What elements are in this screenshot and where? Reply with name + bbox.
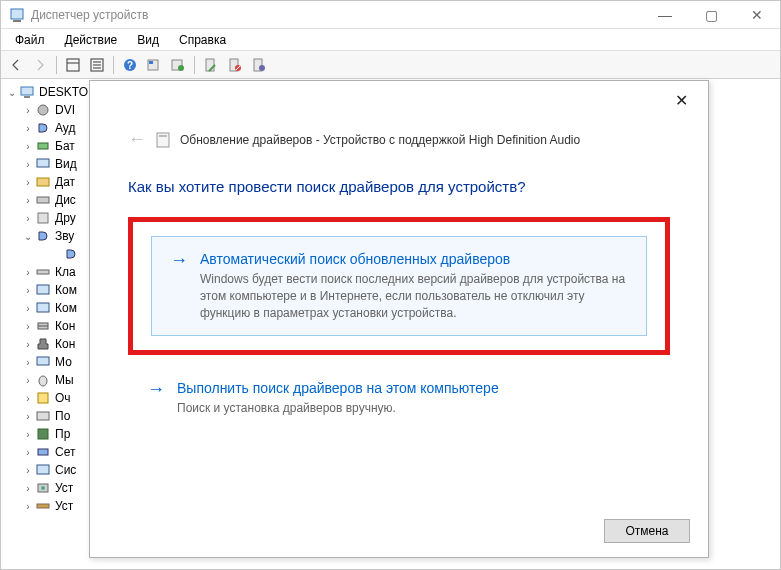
expand-icon[interactable]: › <box>21 501 35 512</box>
expand-icon[interactable]: › <box>21 123 35 134</box>
expand-icon[interactable]: › <box>21 357 35 368</box>
expand-icon[interactable]: › <box>21 177 35 188</box>
tree-item-label: Кон <box>55 319 75 333</box>
device-category-icon <box>35 372 51 388</box>
device-category-icon <box>35 300 51 316</box>
back-arrow-icon[interactable]: ← <box>128 129 146 150</box>
toolbar-disable-button[interactable] <box>224 54 246 76</box>
tree-item-label: Ауд <box>55 121 75 135</box>
toolbar-enable-button[interactable] <box>200 54 222 76</box>
dialog-close-button[interactable]: ✕ <box>667 87 696 114</box>
expand-icon[interactable]: › <box>21 465 35 476</box>
device-category-icon <box>35 336 51 352</box>
tree-item-label: Дис <box>55 193 76 207</box>
menu-action[interactable]: Действие <box>55 31 128 49</box>
toolbar-uninstall-button[interactable] <box>248 54 270 76</box>
svg-rect-0 <box>11 9 23 19</box>
svg-point-19 <box>259 65 265 71</box>
expand-icon[interactable]: › <box>21 393 35 404</box>
svg-rect-29 <box>37 285 49 294</box>
toolbar-update-button[interactable] <box>143 54 165 76</box>
svg-rect-27 <box>38 213 48 223</box>
device-category-icon <box>35 228 51 244</box>
expand-icon[interactable]: › <box>21 141 35 152</box>
toolbar: ? <box>1 51 780 79</box>
toolbar-separator <box>56 56 57 74</box>
svg-rect-26 <box>37 197 49 203</box>
expand-icon[interactable]: › <box>21 429 35 440</box>
svg-rect-21 <box>24 96 30 98</box>
expand-icon[interactable]: › <box>21 159 35 170</box>
expand-icon[interactable]: › <box>21 303 35 314</box>
tree-root-label: DESKTO <box>39 85 88 99</box>
svg-rect-24 <box>37 159 49 167</box>
nav-forward-button[interactable] <box>29 54 51 76</box>
driver-icon <box>156 132 170 148</box>
device-category-icon <box>35 174 51 190</box>
expand-icon[interactable]: › <box>21 285 35 296</box>
toolbar-properties-button[interactable] <box>86 54 108 76</box>
cancel-button[interactable]: Отмена <box>604 519 690 543</box>
option-manual-search[interactable]: → Выполнить поиск драйверов на этом комп… <box>128 365 670 432</box>
computer-icon <box>19 84 35 100</box>
expand-icon[interactable]: › <box>21 447 35 458</box>
expand-icon[interactable]: › <box>21 375 35 386</box>
device-category-icon <box>35 426 51 442</box>
expand-icon[interactable]: › <box>21 339 35 350</box>
expand-icon[interactable]: › <box>21 195 35 206</box>
app-icon <box>9 7 25 23</box>
svg-point-13 <box>178 65 184 71</box>
expand-icon[interactable]: › <box>21 411 35 422</box>
expand-icon[interactable]: › <box>21 483 35 494</box>
svg-text:?: ? <box>127 60 133 71</box>
menu-view[interactable]: Вид <box>127 31 169 49</box>
svg-rect-11 <box>149 61 153 64</box>
nav-back-button[interactable] <box>5 54 27 76</box>
collapse-icon[interactable]: ⌄ <box>5 87 19 98</box>
svg-rect-36 <box>37 412 49 420</box>
device-category-icon <box>35 156 51 172</box>
expand-icon[interactable]: › <box>21 267 35 278</box>
maximize-button[interactable]: ▢ <box>688 1 734 29</box>
expand-icon[interactable]: › <box>21 105 35 116</box>
menu-help[interactable]: Справка <box>169 31 236 49</box>
device-category-icon <box>35 282 51 298</box>
toolbar-show-hidden-button[interactable] <box>62 54 84 76</box>
device-category-icon <box>35 354 51 370</box>
toolbar-scan-button[interactable] <box>167 54 189 76</box>
menubar: Файл Действие Вид Справка <box>1 29 780 51</box>
svg-rect-1 <box>13 20 21 22</box>
device-category-icon <box>35 390 51 406</box>
svg-rect-37 <box>38 429 48 439</box>
device-category-icon <box>35 120 51 136</box>
menu-file[interactable]: Файл <box>5 31 55 49</box>
svg-point-22 <box>38 105 48 115</box>
svg-rect-2 <box>67 59 79 71</box>
svg-rect-25 <box>37 178 49 186</box>
highlight-annotation: → Автоматический поиск обновленных драйв… <box>128 217 670 355</box>
device-category-icon <box>35 318 51 334</box>
dialog-title: Обновление драйверов - Устройство с подд… <box>180 133 580 147</box>
update-driver-dialog: ✕ ← Обновление драйверов - Устройство с … <box>89 80 709 558</box>
toolbar-help-button[interactable]: ? <box>119 54 141 76</box>
svg-rect-39 <box>37 465 49 474</box>
tree-item-label: Сис <box>55 463 76 477</box>
tree-item-label: Ком <box>55 301 77 315</box>
tree-item-label: Вид <box>55 157 77 171</box>
tree-item-label: Дат <box>55 175 75 189</box>
expand-icon[interactable]: ⌄ <box>21 231 35 242</box>
close-button[interactable]: ✕ <box>734 1 780 29</box>
device-category-icon <box>35 102 51 118</box>
svg-point-41 <box>41 486 45 490</box>
minimize-button[interactable]: — <box>642 1 688 29</box>
tree-item-label: Зву <box>55 229 74 243</box>
expand-icon[interactable]: › <box>21 321 35 332</box>
toolbar-separator <box>194 56 195 74</box>
expand-icon[interactable]: › <box>21 213 35 224</box>
dialog-question: Как вы хотите провести поиск драйверов д… <box>128 178 670 195</box>
option-auto-search[interactable]: → Автоматический поиск обновленных драйв… <box>151 236 647 336</box>
window-title: Диспетчер устройств <box>31 8 642 22</box>
option-auto-title: Автоматический поиск обновленных драйвер… <box>200 251 628 267</box>
svg-point-34 <box>39 376 47 386</box>
svg-rect-38 <box>38 449 48 455</box>
